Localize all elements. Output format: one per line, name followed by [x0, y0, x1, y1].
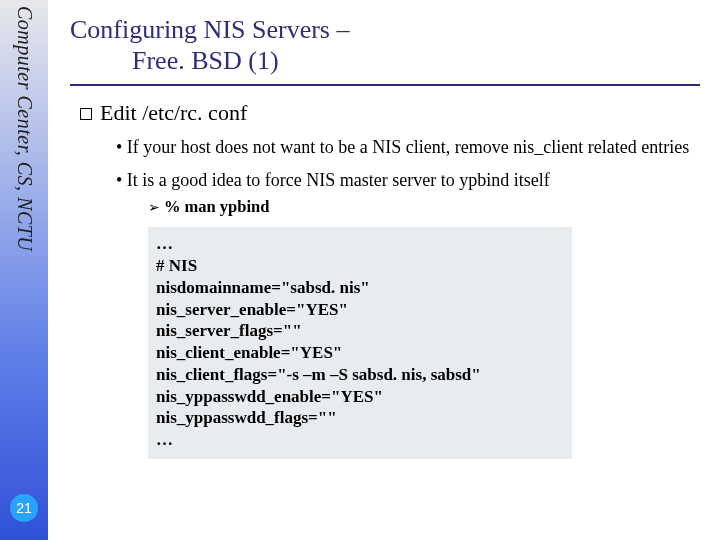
code-line: nis_server_flags="": [156, 320, 564, 342]
slide-title: Configuring NIS Servers – Free. BSD (1): [70, 14, 700, 86]
code-line: nis_yppasswdd_flags="": [156, 407, 564, 429]
code-block: … # NIS nisdomainname="sabsd. nis" nis_s…: [148, 227, 572, 459]
code-line: nis_client_flags="-s –m –S sabsd. nis, s…: [156, 364, 564, 386]
content-area: Configuring NIS Servers – Free. BSD (1) …: [70, 14, 700, 459]
code-line: nis_server_enable="YES": [156, 299, 564, 321]
title-line2: Free. BSD (1): [70, 45, 700, 76]
sub1-text: % man ypbind: [164, 197, 269, 216]
bullet1-text: If your host does not want to be a NIS c…: [127, 137, 689, 157]
checkbox-bullet-icon: [80, 108, 92, 120]
code-line: # NIS: [156, 255, 564, 277]
code-line: nisdomainname="sabsd. nis": [156, 277, 564, 299]
side-label-text: Computer Center, CS, NCTU: [13, 6, 36, 251]
side-label-bar: Computer Center, CS, NCTU: [0, 0, 48, 540]
bullet-level2-item: If your host does not want to be a NIS c…: [116, 136, 700, 159]
bullet-level3-item: % man ypbind: [148, 197, 700, 217]
title-line1: Configuring NIS Servers –: [70, 15, 349, 44]
page-number-badge: 21: [10, 494, 38, 522]
code-line: nis_yppasswdd_enable="YES": [156, 386, 564, 408]
bullet-level2-item: It is a good idea to force NIS master se…: [116, 169, 700, 192]
bullet2-text: It is a good idea to force NIS master se…: [127, 170, 550, 190]
lvl1-text: Edit /etc/rc. conf: [100, 100, 247, 125]
code-line: …: [156, 429, 564, 451]
slide: Computer Center, CS, NCTU 21 Configuring…: [0, 0, 720, 540]
page-number: 21: [16, 500, 32, 516]
code-line: …: [156, 233, 564, 255]
bullet-level1: Edit /etc/rc. conf: [80, 100, 700, 126]
code-line: nis_client_enable="YES": [156, 342, 564, 364]
